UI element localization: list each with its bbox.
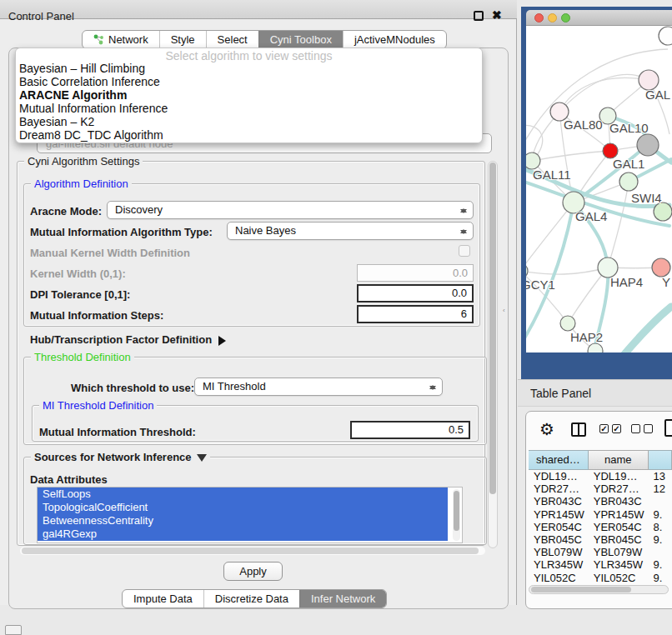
network-node-y[interactable] [652,258,670,277]
gear-icon[interactable]: ⚙ [539,421,554,438]
network-node[interactable] [659,27,672,45]
hub-definition-toggle[interactable]: Hub/Transcription Factor Definition [30,333,231,346]
table-row[interactable]: YDL19…YDL19…13 [529,470,672,482]
dropdown-item[interactable]: Bayesian – K2 [16,115,482,128]
table-cell: YBL079W [529,546,589,558]
control-panel-titlebar [0,0,517,19]
dropdown-item[interactable]: Mutual Information Inference [16,102,482,115]
sources-title: Sources for Network Inference [34,451,192,463]
attribute-list-item[interactable]: TopologicalCoefficient [38,501,448,514]
minimized-panel-icon[interactable] [5,625,22,635]
panel-divider-handle[interactable]: ‹ [503,308,508,313]
tab-cyni-toolbox[interactable]: Cyni Toolbox [258,31,343,48]
column-header-clipped[interactable] [649,450,672,470]
tab-network[interactable]: Network [83,31,159,48]
table-cell: 9. [648,533,672,546]
settings-horizontal-scrollbar[interactable] [20,547,485,555]
mi-steps-field[interactable]: 6 [357,305,474,323]
node-label: GAL10 [609,121,649,135]
list-vertical-scrollbar[interactable] [453,489,460,541]
table-cell: YIL052C [589,572,649,584]
network-node[interactable] [588,343,603,352]
table-row[interactable]: YBR043CYBR043C [529,495,672,508]
network-edge[interactable] [559,78,649,112]
network-node[interactable] [637,134,659,156]
close-icon[interactable]: ✖ [492,8,502,22]
mi-threshold-label: Mutual Information Threshold: [39,426,196,438]
checked-checkbox-icon[interactable]: ✓ [599,424,609,433]
attribute-list-item[interactable]: BetweennessCentrality [38,514,448,528]
threshold-select[interactable]: MI Threshold [194,378,443,396]
checked-checkbox-icon[interactable]: ✓ [612,424,621,433]
node-label: SWI4 [631,191,662,205]
table-row[interactable]: YER054CYER054C8. [529,521,672,533]
node-attribute-table[interactable]: shared…nameYDL19…YDL19…13YDR27…YDR27…12Y… [529,450,672,585]
network-edge[interactable] [526,268,608,274]
column-header-name[interactable]: name [589,450,649,470]
threshold-value: MI Threshold [203,380,266,392]
scrollbar-thumb[interactable] [22,548,479,554]
tab-discretize-data[interactable]: Discretize Data [203,590,299,608]
mi-type-select[interactable]: Naive Bayes [227,222,474,240]
dpi-tolerance-field[interactable]: 0.0 [357,284,474,302]
dropdown-item[interactable]: Basic Correlation Inference [16,75,482,88]
tab-infer-network[interactable]: Infer Network [299,590,386,608]
hub-definition-label: Hub/Transcription Factor Definition [30,333,212,346]
data-attributes-list[interactable]: SelfLoopsTopologicalCoefficientBetweenne… [37,487,463,543]
table-cell: YDL19… [589,470,649,482]
close-traffic-light-icon[interactable] [534,13,544,22]
network-node-gal11[interactable] [526,152,540,169]
sources-toggle[interactable]: Sources for Network Inference [31,451,210,467]
tab-impute-data[interactable]: Impute Data [123,590,203,608]
table-row[interactable]: YBL079WYBL079W [529,546,672,558]
table-panel-title: Table Panel [530,387,591,400]
attribute-list-item[interactable]: gal4RGexp [38,528,448,541]
aracne-mode-select[interactable]: Discovery [107,201,474,219]
stepper-arrows-icon [459,204,467,218]
network-node-hap2[interactable] [560,316,575,331]
table-row[interactable]: YIL052CYIL052C9. [529,572,672,584]
unchecked-checkbox-icon[interactable] [631,424,640,433]
tab-style[interactable]: Style [159,31,206,48]
network-edge[interactable] [532,151,610,161]
table-row[interactable]: YPR145WYPR145W9. [529,508,672,521]
apply-button[interactable]: Apply [223,562,283,581]
settings-vertical-scrollbar[interactable] [488,161,498,548]
table-cell: 9. [648,558,672,571]
table-row[interactable]: YLR345WYLR345W9. [529,558,672,571]
table-cell: 9. [648,572,672,584]
table-cell: 12 [648,482,672,495]
node-label: GAL4 [575,209,607,223]
table-row[interactable]: YBR045CYBR045C9. [529,533,672,546]
table-cell: YBL079W [589,546,649,558]
split-columns-icon[interactable] [571,422,586,437]
network-canvas[interactable]: GALGAL80GAL10GAL1GAL11SWI4GAL4GCY1HAP4YH… [526,26,672,352]
attribute-list-item[interactable]: SelfLoops [38,488,448,501]
dropdown-item[interactable]: ARACNE Algorithm [16,88,482,102]
network-edge[interactable] [608,182,629,268]
float-window-icon[interactable] [474,11,484,21]
dropdown-item[interactable]: Dream8 DC_TDC Algorithm [16,128,482,142]
tab-jactivemnodules[interactable]: jActiveMNodules [343,31,446,48]
manual-kernel-checkbox[interactable] [459,245,470,257]
scrollbar-thumb[interactable] [454,491,459,531]
tab-label: Network [108,33,148,46]
network-edge-highlighted[interactable] [624,307,671,352]
table-cell: YPR145W [529,508,589,521]
network-node-swi4[interactable] [619,172,638,191]
table-horizontal-scrollbar[interactable] [529,585,669,594]
document-icon[interactable] [664,419,672,437]
tab-select[interactable]: Select [206,31,258,48]
scrollbar-thumb[interactable] [489,162,496,494]
table-cell: YPR145W [589,508,649,521]
scrollbar-thumb[interactable] [531,587,631,592]
table-row[interactable]: YDR27…YDR27…12 [529,482,672,495]
dropdown-item[interactable]: Bayesian – Hill Climbing [16,62,482,75]
unchecked-checkbox-icon[interactable] [644,424,653,433]
mi-threshold-field[interactable]: 0.5 [350,421,470,439]
column-header-shared…[interactable]: shared… [529,450,589,470]
zoom-traffic-light-icon[interactable] [561,13,570,22]
network-node[interactable] [654,202,672,221]
minimize-traffic-light-icon[interactable] [548,13,557,22]
kernel-width-field[interactable]: 0.0 [357,264,474,282]
